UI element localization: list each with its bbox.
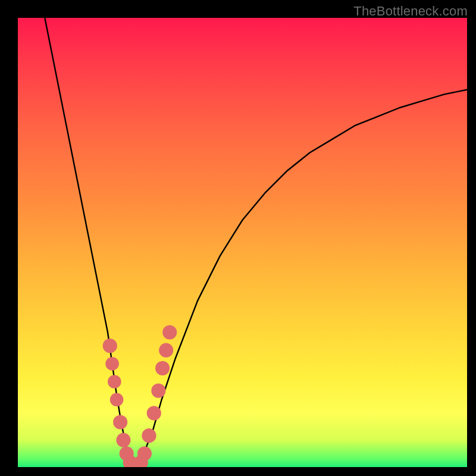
watermark-text: TheBottleneck.com bbox=[353, 4, 468, 19]
data-marker bbox=[103, 339, 117, 353]
outer-frame: TheBottleneck.com bbox=[0, 0, 476, 476]
data-marker bbox=[137, 446, 152, 461]
data-marker bbox=[108, 375, 121, 389]
data-marker bbox=[155, 361, 170, 375]
curve-right-branch bbox=[139, 90, 467, 467]
data-marker bbox=[147, 406, 161, 420]
marker-group bbox=[103, 325, 177, 467]
plot-area bbox=[18, 18, 467, 467]
data-marker bbox=[151, 384, 165, 398]
chart-svg bbox=[18, 18, 467, 467]
data-marker bbox=[110, 393, 124, 406]
data-marker bbox=[105, 357, 119, 371]
data-marker bbox=[159, 343, 173, 358]
curve-group bbox=[45, 18, 467, 467]
data-marker bbox=[113, 415, 127, 429]
data-marker bbox=[116, 433, 130, 447]
data-marker bbox=[142, 428, 156, 443]
data-marker bbox=[162, 325, 177, 339]
